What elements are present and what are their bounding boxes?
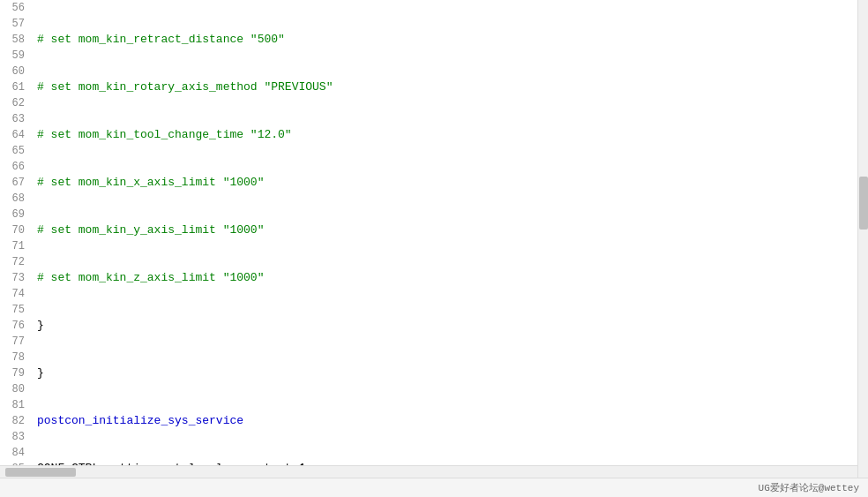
scrollbar-thumb[interactable]	[859, 177, 868, 230]
status-text: UG爱好者论坛@wettey	[759, 481, 859, 494]
vertical-scrollbar[interactable]	[857, 0, 868, 478]
editor-main: 56 57 58 59 60 61 62 63 64 65 66 67 68 6…	[0, 0, 868, 478]
line-numbers: 56 57 58 59 60 61 62 63 64 65 66 67 68 6…	[0, 0, 32, 478]
code-line-64: postcon_initialize_sys_service	[37, 413, 868, 429]
code-line-62: }	[37, 318, 868, 334]
code-line-56: # set mom_kin_retract_distance "500"	[37, 32, 868, 48]
code-content[interactable]: # set mom_kin_retract_distance "500" # s…	[32, 0, 868, 478]
h-scrollbar-thumb[interactable]	[5, 468, 76, 477]
code-line-59: # set mom_kin_x_axis_limit "1000"	[37, 175, 868, 191]
horizontal-scrollbar[interactable]	[0, 465, 857, 478]
code-line-57: # set mom_kin_rotary_axis_method "PREVIO…	[37, 79, 868, 95]
code-line-58: # set mom_kin_tool_change_time "12.0"	[37, 127, 868, 143]
status-bar: UG爱好者论坛@wettey	[0, 478, 868, 497]
code-line-63: }	[37, 365, 868, 381]
code-line-60: # set mom_kin_y_axis_limit "1000"	[37, 222, 868, 238]
code-line-61: # set mom_kin_z_axis_limit "1000"	[37, 270, 868, 286]
